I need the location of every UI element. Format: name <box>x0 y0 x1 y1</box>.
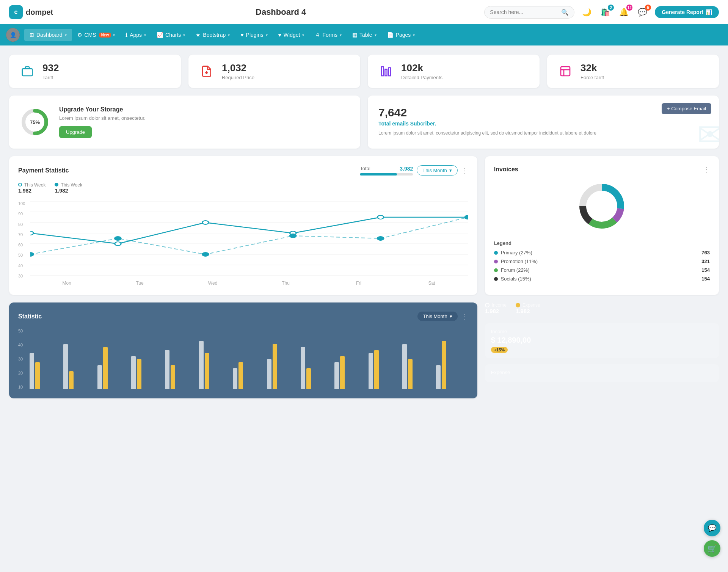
nav-item-pages[interactable]: 📄 Pages ▾ <box>382 29 420 41</box>
svg-rect-7 <box>561 67 570 76</box>
ie-row: Income 1.982 Expense 1.982 <box>485 302 719 314</box>
notification-icon[interactable]: 🔔 12 <box>618 6 630 18</box>
income-percent: +15% <box>491 347 508 353</box>
search-box[interactable]: 🔍 <box>484 6 574 19</box>
compose-email-button[interactable]: + Compose Email <box>662 103 711 114</box>
bar-group-5 <box>199 341 231 389</box>
socials-dot <box>494 277 498 281</box>
file-plus-icon <box>198 62 216 80</box>
nav-item-charts[interactable]: 📈 Charts ▾ <box>151 29 190 41</box>
svg-point-27 <box>115 237 121 240</box>
avatar: 👤 <box>6 28 20 42</box>
svg-point-24 <box>377 215 383 219</box>
chevron-down-icon: ▾ <box>144 33 146 37</box>
expense-box-title: Expense <box>491 370 713 375</box>
income-circle <box>485 303 490 307</box>
upgrade-button[interactable]: Upgrade <box>59 126 92 138</box>
invoices-title: Invoices <box>494 166 518 173</box>
invoice-legend-promotion: Promotion (11%) 321 <box>494 259 710 264</box>
bar-group-11 <box>402 344 434 389</box>
stat-label-payments: Detailed Payments <box>401 75 442 80</box>
statistic-header: Statistic This Month ▾ ⋮ <box>18 312 468 321</box>
total-label: Total <box>360 166 370 171</box>
storage-percent: 75% <box>30 119 40 125</box>
invoices-card: Invoices ⋮ Legend <box>485 156 719 295</box>
statistic-more-icon[interactable]: ⋮ <box>461 312 468 321</box>
nav-item-cms[interactable]: ⚙ CMS New ▾ <box>72 29 121 41</box>
expense-circle <box>516 303 520 307</box>
email-description: Lorem ipsum dolor sit amet, consectetur … <box>378 130 708 136</box>
chevron-down-icon: ▾ <box>228 33 230 37</box>
bar-group-6 <box>233 362 265 389</box>
building-icon <box>556 62 574 80</box>
stat-card-price: 1,032 Required Price <box>188 55 360 88</box>
logo-area: c dompet <box>9 5 77 19</box>
bar-group-12 <box>436 341 468 389</box>
search-icon[interactable]: 🔍 <box>561 9 569 16</box>
header-right: 🔍 🌙 🛍️ 2 🔔 12 💬 5 Generate Report 📊 <box>484 6 719 19</box>
chevron-down-icon: ▾ <box>340 33 342 37</box>
message-icon[interactable]: 💬 5 <box>636 6 649 18</box>
nav-item-apps[interactable]: ℹ Apps ▾ <box>120 29 151 41</box>
stat-card-force: 32k Force tariff <box>547 55 719 88</box>
legend-dot-0 <box>18 183 22 186</box>
bar-group-1 <box>63 344 95 389</box>
svg-point-21 <box>115 242 121 246</box>
storage-donut: 75% <box>20 107 50 137</box>
invoices-donut-chart <box>494 180 710 233</box>
bar-group-0 <box>30 353 61 389</box>
storage-description: Lorem ipsum dolor sit amet, onsectetur. <box>59 115 146 121</box>
star-icon: ★ <box>196 32 201 38</box>
svg-rect-5 <box>385 69 387 76</box>
nav-item-plugins[interactable]: ♥ Plugins ▾ <box>235 29 273 41</box>
expense-item: Expense 1.982 <box>516 302 540 314</box>
total-value: 3.982 <box>400 166 413 172</box>
income-box: Income $ 12,890,00 +15% <box>485 323 719 358</box>
income-item: Income 1.982 <box>485 302 507 314</box>
this-month-button[interactable]: This Month ▾ <box>417 165 457 176</box>
chevron-down-icon: ▾ <box>450 313 452 319</box>
nav-item-dashboard[interactable]: ⊞ Dashboard ▾ <box>24 29 72 41</box>
more-options-icon[interactable]: ⋮ <box>461 166 468 175</box>
email-subtitle: Total emails Subcriber. <box>378 121 708 127</box>
stat-value-tariff: 932 <box>42 62 59 74</box>
msg-badge: 5 <box>645 5 651 11</box>
header: c dompet Dashboard 4 🔍 🌙 🛍️ 2 🔔 12 💬 5 G… <box>0 0 728 24</box>
nav-item-bootstrap[interactable]: ★ Bootstrap ▾ <box>190 29 235 41</box>
moon-icon[interactable]: 🌙 <box>581 6 593 18</box>
statistic-this-month-button[interactable]: This Month ▾ <box>417 312 457 321</box>
invoice-legend-forum: Forum (22%) 154 <box>494 267 710 273</box>
chevron-down-icon: ▾ <box>413 33 415 37</box>
bar-group-3 <box>131 356 163 389</box>
chevron-down-icon: ▾ <box>65 33 67 37</box>
primary-dot <box>494 251 498 255</box>
info-icon: ℹ <box>126 32 127 38</box>
email-count: 7,642 <box>378 106 708 119</box>
cart-icon[interactable]: 🛍️ 2 <box>599 6 612 18</box>
income-expense-panel: Income 1.982 Expense 1.982 Income $ 12,8… <box>485 302 719 398</box>
charts-row: Payment Statistic Total 3.982 This Month <box>9 156 719 295</box>
chevron-down-icon: ▾ <box>266 33 268 37</box>
stat-value-payments: 102k <box>401 62 442 74</box>
bar-chart-container: 50 40 30 20 10 <box>18 329 468 389</box>
invoices-more-icon[interactable]: ⋮ <box>703 165 710 174</box>
chevron-down-icon: ▾ <box>449 168 452 173</box>
svg-point-31 <box>465 215 468 219</box>
bar-group-7 <box>267 344 299 389</box>
invoices-header: Invoices ⋮ <box>494 165 710 174</box>
search-input[interactable] <box>490 9 558 15</box>
bar-chart-bars <box>30 329 468 389</box>
svg-rect-4 <box>381 67 383 76</box>
storage-card: 75% Upgrade Your Storage Lorem ipsum dol… <box>9 96 360 149</box>
logo-icon: c <box>9 5 23 19</box>
bar-group-4 <box>165 350 197 389</box>
svg-rect-6 <box>389 68 391 76</box>
logo-text: dompet <box>26 8 53 17</box>
nav-item-table[interactable]: ▦ Table ▾ <box>347 29 381 41</box>
briefcase-icon <box>18 62 36 80</box>
invoice-legend-primary: Primary (27%) 763 <box>494 250 710 255</box>
generate-report-button[interactable]: Generate Report 📊 <box>655 6 719 18</box>
nav-item-widget[interactable]: ♥ Widget ▾ <box>273 29 310 41</box>
statistic-title: Statistic <box>18 313 42 320</box>
nav-item-forms[interactable]: 🖨 Forms ▾ <box>309 29 347 41</box>
